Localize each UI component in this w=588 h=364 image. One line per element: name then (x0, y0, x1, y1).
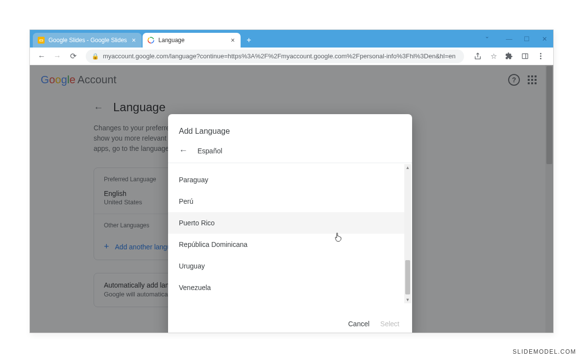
region-list[interactable]: Paraguay Perú Puerto Rico República Domi… (168, 163, 412, 304)
scroll-down-icon[interactable]: ▼ (404, 297, 411, 302)
browser-window: ▭ Google Slides - Google Slides × Langua… (29, 29, 554, 333)
forward-button[interactable]: → (50, 49, 64, 63)
region-item-republica-dominicana[interactable]: República Dominicana (168, 234, 409, 255)
chrome-menu-button[interactable] (536, 51, 545, 61)
select-button: Select (380, 320, 399, 328)
window-controls: — ☐ ✕ (500, 30, 553, 48)
sidepanel-icon[interactable] (520, 51, 530, 61)
dialog-title: Add Language (168, 127, 412, 146)
svg-point-3 (147, 37, 154, 44)
back-arrow-icon[interactable]: ← (179, 146, 188, 156)
window-titlebar: ▭ Google Slides - Google Slides × Langua… (30, 30, 553, 48)
url-text: myaccount.google.com/language?continue=h… (103, 52, 458, 60)
scrollbar-thumb[interactable] (405, 260, 410, 294)
add-language-dialog: Add Language ← Español Paraguay Perú Pue… (168, 114, 412, 333)
watermark: SLIDEMODEL.COM (513, 348, 576, 355)
new-tab-button[interactable]: + (242, 36, 256, 48)
cancel-button[interactable]: Cancel (348, 320, 369, 328)
scroll-up-icon[interactable]: ▲ (404, 165, 411, 170)
extensions-icon[interactable] (504, 51, 514, 61)
tab-strip: ▭ Google Slides - Google Slides × Langua… (30, 30, 256, 48)
back-button[interactable]: ← (35, 49, 49, 63)
chevron-down-icon[interactable]: ⌄ (485, 33, 490, 40)
slides-icon: ▭ (38, 37, 45, 44)
google-favicon-icon (147, 37, 154, 44)
dialog-language-header: ← Español (168, 146, 412, 163)
region-item-venezuela[interactable]: Venezuela (168, 277, 409, 298)
toolbar-actions: ☆ (470, 51, 548, 61)
tab-title: Language (158, 37, 226, 44)
selected-language-name: Español (197, 147, 222, 155)
browser-tab-language[interactable]: Language × (143, 33, 241, 48)
close-icon[interactable]: × (230, 36, 236, 44)
close-icon[interactable]: × (131, 36, 137, 44)
dialog-scrollbar[interactable]: ▲ ▼ (404, 164, 411, 303)
browser-toolbar: ← → ⟳ 🔒 myaccount.google.com/language?co… (30, 48, 553, 65)
region-item-puerto-rico[interactable]: Puerto Rico (168, 212, 409, 234)
dialog-actions: Cancel Select (168, 304, 412, 330)
maximize-button[interactable]: ☐ (518, 32, 536, 46)
browser-tab-slides[interactable]: ▭ Google Slides - Google Slides × (33, 33, 142, 48)
svg-rect-4 (522, 54, 527, 59)
region-item-uruguay[interactable]: Uruguay (168, 255, 409, 277)
region-item-paraguay[interactable]: Paraguay (168, 169, 409, 191)
close-window-button[interactable]: ✕ (536, 32, 553, 46)
bookmark-star-icon[interactable]: ☆ (489, 51, 498, 61)
tab-title: Google Slides - Google Slides (49, 37, 127, 44)
address-bar[interactable]: 🔒 myaccount.google.com/language?continue… (86, 49, 464, 63)
content-area: Google Account ? ← Language Changes to y… (30, 65, 553, 333)
region-item-peru[interactable]: Perú (168, 191, 409, 212)
minimize-button[interactable]: — (500, 32, 518, 46)
reload-button[interactable]: ⟳ (66, 49, 80, 63)
lock-icon: 🔒 (92, 53, 99, 60)
share-icon[interactable] (473, 51, 483, 61)
